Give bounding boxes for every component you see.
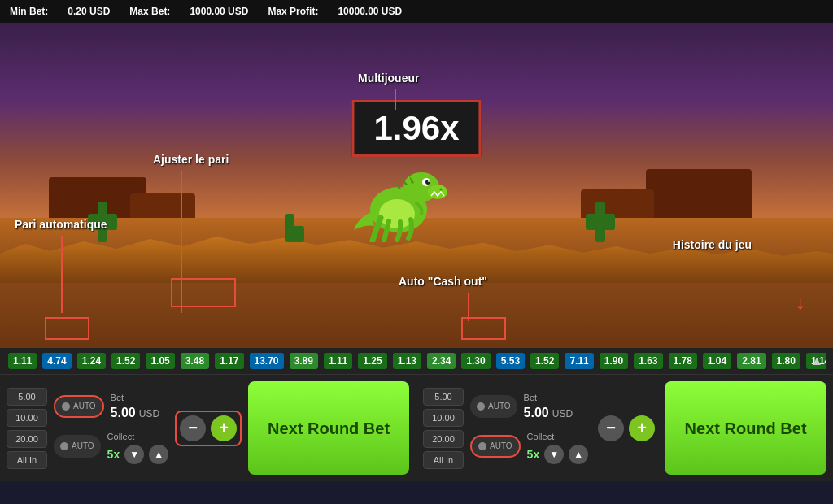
multijoueur-label: Multijoueur xyxy=(358,72,419,85)
history-item[interactable]: 1.52 xyxy=(111,353,140,369)
cactus-2 xyxy=(285,214,294,242)
panel2-collect-label: Collect xyxy=(527,432,589,441)
panel2-opt-20[interactable]: 20.00 xyxy=(423,430,464,448)
panel1-collect-area: Collect 5x ▼ ▲ xyxy=(107,432,169,464)
panel1-opt-20[interactable]: 20.00 xyxy=(7,430,47,448)
multiplier-display: 1.96x xyxy=(351,100,481,157)
panel1-next-round-btn[interactable]: Next Round Bet xyxy=(248,381,409,475)
history-item[interactable]: 1.63 xyxy=(634,353,662,369)
panel2-opt-allin[interactable]: All In xyxy=(423,451,464,469)
panel2-bet-value: 5.00 xyxy=(524,406,549,420)
panel1-side-options: 5.00 10.00 20.00 All In xyxy=(7,388,47,469)
panel2-auto-dot-2 xyxy=(478,442,486,450)
ajuster-pari-arrow xyxy=(181,171,182,313)
history-item[interactable]: 4.74 xyxy=(42,353,71,369)
panel1-auto-dot-2 xyxy=(60,442,68,450)
panel1-auto-label-2: AUTO xyxy=(72,441,94,450)
panel2-next-round-btn[interactable]: Next Round Bet xyxy=(665,381,826,475)
panel2-decrease-btn[interactable]: − xyxy=(598,415,624,441)
svg-point-2 xyxy=(428,185,447,199)
history-item[interactable]: 1.04 xyxy=(703,353,731,369)
history-item[interactable]: 1.30 xyxy=(461,353,490,369)
panel1-bet-currency: USD xyxy=(139,408,159,419)
panel2-collect-up[interactable]: ▲ xyxy=(569,445,588,464)
panel2-auto-label-2: AUTO xyxy=(490,441,512,450)
panel1-opt-5[interactable]: 5.00 xyxy=(7,388,47,406)
history-item[interactable]: 7.11 xyxy=(565,353,593,369)
panel2-collect-area: Collect 5x ▼ ▲ xyxy=(527,432,589,464)
panel2-bet-area: Bet 5.00 USD xyxy=(524,393,573,420)
panel1-collect-value: 5x xyxy=(107,448,120,461)
panel1-bet-value: 5.00 xyxy=(111,406,136,420)
pari-auto-label: Pari automatique xyxy=(15,218,107,231)
top-bar: Min Bet: 0.20 USD Max Bet: 1000.00 USD M… xyxy=(0,0,833,23)
min-bet-label: Min Bet: xyxy=(10,6,48,17)
panel2-increase-btn[interactable]: + xyxy=(629,415,655,441)
history-item[interactable]: 5.53 xyxy=(496,353,525,369)
panel1-collect-label: Collect xyxy=(107,432,169,441)
min-bet-value: 0.20 USD xyxy=(68,6,110,17)
history-item[interactable]: 1.13 xyxy=(393,353,421,369)
cactus-3 xyxy=(595,202,605,242)
panel2-side-options: 5.00 10.00 20.00 All In xyxy=(423,388,464,469)
pari-auto-arrow xyxy=(61,236,63,313)
history-item[interactable]: 1.52 xyxy=(530,353,559,369)
max-bet-value: 1000.00 USD xyxy=(190,6,248,17)
panel2-auto-dot xyxy=(477,402,485,411)
panel1-bet-label: Bet xyxy=(111,393,159,402)
panel-1: 5.00 10.00 20.00 All In AUTO Bet 5.00 xyxy=(0,375,416,481)
panel2-auto-toggle-2[interactable]: AUTO xyxy=(470,435,521,458)
history-items-container: 1.114.741.241.521.053.481.1713.703.891.1… xyxy=(7,353,826,369)
controls-area: 5.00 10.00 20.00 All In AUTO Bet 5.00 xyxy=(0,374,833,481)
history-item[interactable]: 1.17 xyxy=(215,353,243,369)
panel2-opt-10[interactable]: 10.00 xyxy=(423,409,464,427)
panel1-auto-toggle-2[interactable]: AUTO xyxy=(54,435,101,458)
ajuster-pari-label: Ajuster le pari xyxy=(153,153,229,166)
panel1-bet-area: Bet 5.00 USD xyxy=(111,393,159,420)
panel1-opt-allin[interactable]: All In xyxy=(7,451,47,469)
dinosaur xyxy=(350,153,447,242)
panel2-auto-toggle[interactable]: AUTO xyxy=(470,395,517,418)
history-item[interactable]: 13.70 xyxy=(250,353,284,369)
history-item[interactable]: 3.89 xyxy=(290,353,318,369)
multijoueur-arrow xyxy=(395,89,396,110)
history-item[interactable]: 1.11 xyxy=(324,353,352,369)
panel2-bet-currency: USD xyxy=(552,408,573,419)
auto-cashout-arrow xyxy=(468,293,469,321)
max-profit-value: 10000.00 USD xyxy=(338,6,402,17)
panel2-auto-label: AUTO xyxy=(488,402,511,411)
panel1-decrease-btn[interactable]: − xyxy=(180,415,206,441)
panel2-opt-5[interactable]: 5.00 xyxy=(423,388,464,406)
svg-point-5 xyxy=(428,180,430,182)
history-item[interactable]: 2.81 xyxy=(737,353,765,369)
history-item[interactable]: 2.34 xyxy=(427,353,456,369)
panel1-collect-up[interactable]: ▲ xyxy=(149,445,168,464)
panel2-stepper: − + xyxy=(595,412,658,445)
max-profit-label: Max Profit: xyxy=(268,6,318,17)
history-item[interactable]: 1.78 xyxy=(669,353,697,369)
history-item[interactable]: 3.48 xyxy=(181,353,209,369)
history-item[interactable]: 1.25 xyxy=(358,353,386,369)
histoire-down-arrow: ↓ xyxy=(796,291,805,314)
panel2-collect-down[interactable]: ▼ xyxy=(544,445,564,464)
svg-point-4 xyxy=(425,180,430,185)
history-item[interactable]: 1.24 xyxy=(77,353,106,369)
history-item[interactable]: 1.11 xyxy=(8,353,37,369)
history-item[interactable]: 1.05 xyxy=(146,353,174,369)
panel1-increase-btn[interactable]: + xyxy=(211,415,237,441)
panel2-bet-label: Bet xyxy=(524,393,573,402)
auto-cashout-label: Auto "Cash out" xyxy=(399,275,487,288)
panel1-auto-toggle[interactable]: AUTO xyxy=(54,395,104,418)
history-bar: 1.114.741.241.521.053.481.1713.703.891.1… xyxy=(0,348,833,374)
history-item[interactable]: 1.80 xyxy=(772,353,800,369)
history-scroll-up[interactable]: ▲ xyxy=(810,354,823,368)
histoire-label: Histoire du jeu xyxy=(673,238,752,251)
panel1-collect-down[interactable]: ▼ xyxy=(124,445,144,464)
panel-2: 5.00 10.00 20.00 All In AUTO Bet 5.00 xyxy=(416,375,833,481)
history-item[interactable]: 1.90 xyxy=(600,353,628,369)
game-area: 1.96x Multijoueur Ajuster le pari Pari a… xyxy=(0,23,833,348)
panel2-collect-value: 5x xyxy=(527,448,540,461)
panel1-auto-label: AUTO xyxy=(73,402,96,411)
panel1-opt-10[interactable]: 10.00 xyxy=(7,409,47,427)
panel1-auto-dot xyxy=(62,402,70,411)
